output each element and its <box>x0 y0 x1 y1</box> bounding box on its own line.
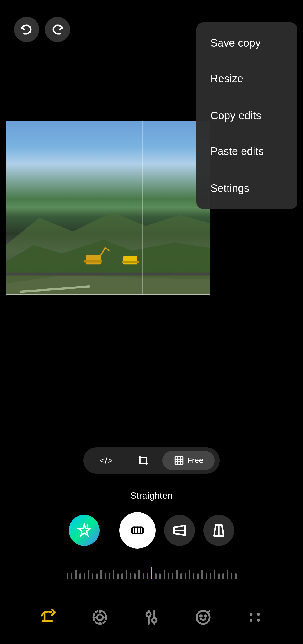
dropdown-menu: Save copy Resize Copy edits Paste edits … <box>196 22 297 209</box>
straighten-button[interactable] <box>119 512 156 549</box>
redo-button[interactable] <box>45 17 70 42</box>
ai-button[interactable] <box>69 515 100 546</box>
markup-icon <box>193 608 213 627</box>
mode-transform[interactable]: </> <box>88 451 124 470</box>
menu-item-copy-edits[interactable]: Copy edits <box>196 98 297 134</box>
bottom-nav <box>0 605 303 630</box>
nav-more[interactable] <box>239 605 270 630</box>
svg-point-32 <box>257 613 260 616</box>
perspective-v-button[interactable] <box>203 515 234 546</box>
svg-rect-10 <box>123 256 137 264</box>
nav-adjust[interactable] <box>84 605 115 630</box>
svg-point-31 <box>250 613 252 616</box>
ruler-container[interactable] <box>0 565 303 579</box>
menu-divider-1 <box>202 97 292 97</box>
menu-item-paste-edits[interactable]: Paste edits <box>196 134 297 169</box>
crop-rotate-icon <box>38 608 58 627</box>
svg-rect-6 <box>86 255 101 264</box>
nav-markup[interactable] <box>188 605 219 630</box>
menu-item-resize[interactable]: Resize <box>196 61 297 97</box>
ruler <box>65 565 238 579</box>
svg-point-29 <box>200 615 202 617</box>
filter-icon <box>142 608 161 627</box>
menu-item-save-copy[interactable]: Save copy <box>196 25 297 61</box>
perspective-h-button[interactable] <box>164 515 195 546</box>
transform-row <box>69 512 234 549</box>
svg-point-16 <box>97 615 103 620</box>
svg-rect-11 <box>122 261 139 263</box>
svg-rect-7 <box>84 260 102 263</box>
undo-button[interactable] <box>14 17 39 42</box>
svg-point-33 <box>250 619 252 622</box>
svg-rect-12 <box>175 457 183 465</box>
more-icon <box>245 608 265 627</box>
nav-filter[interactable] <box>136 605 167 630</box>
mode-free[interactable]: Free <box>162 451 215 470</box>
nav-crop-rotate[interactable] <box>33 605 64 630</box>
mode-pills: </> Free <box>83 447 220 474</box>
adjust-icon <box>90 608 110 627</box>
menu-divider-2 <box>202 170 292 170</box>
svg-point-30 <box>205 615 206 617</box>
svg-point-34 <box>257 619 260 622</box>
mode-free-label: Free <box>187 456 203 465</box>
photo-canvas <box>6 121 210 295</box>
svg-marker-5 <box>6 275 210 295</box>
mode-crop[interactable] <box>127 451 160 470</box>
straighten-label: Straighten <box>130 491 173 501</box>
menu-item-settings[interactable]: Settings <box>196 171 297 206</box>
